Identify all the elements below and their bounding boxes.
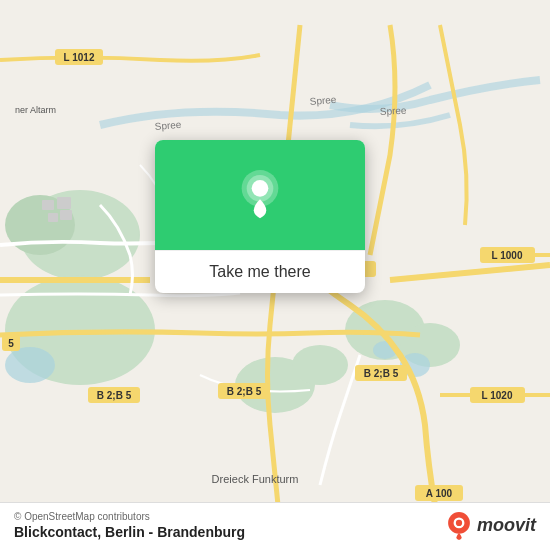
svg-point-7 bbox=[292, 345, 348, 385]
svg-text:Dreieck Funkturm: Dreieck Funkturm bbox=[212, 473, 299, 485]
svg-rect-10 bbox=[42, 200, 54, 210]
location-pin-icon bbox=[235, 170, 285, 220]
location-title: Blickcontact, Berlin - Brandenburg bbox=[14, 524, 245, 540]
svg-text:Spree: Spree bbox=[380, 105, 408, 117]
svg-text:L 1012: L 1012 bbox=[64, 52, 95, 63]
svg-rect-12 bbox=[48, 213, 58, 222]
svg-text:B 2;B 5: B 2;B 5 bbox=[97, 390, 132, 401]
svg-point-43 bbox=[252, 180, 269, 197]
moovit-brand-name: moovit bbox=[477, 515, 536, 536]
svg-text:Spree: Spree bbox=[309, 94, 337, 107]
svg-text:L 1020: L 1020 bbox=[482, 390, 513, 401]
svg-text:Spree: Spree bbox=[154, 119, 182, 132]
bottom-left: © OpenStreetMap contributors Blickcontac… bbox=[14, 511, 245, 540]
svg-point-3 bbox=[5, 347, 55, 383]
svg-line-15 bbox=[390, 265, 550, 280]
svg-text:ner Altarm: ner Altarm bbox=[15, 105, 56, 115]
moovit-pin-icon bbox=[445, 512, 473, 540]
popup-card: Take me there bbox=[155, 140, 365, 293]
svg-text:B 2;B 5: B 2;B 5 bbox=[364, 368, 399, 379]
take-me-there-button[interactable]: Take me there bbox=[155, 250, 365, 293]
svg-text:L 1000: L 1000 bbox=[492, 250, 523, 261]
svg-text:A 100: A 100 bbox=[426, 488, 453, 499]
osm-attribution: © OpenStreetMap contributors bbox=[14, 511, 245, 522]
svg-rect-11 bbox=[57, 197, 71, 209]
svg-point-46 bbox=[456, 519, 462, 525]
svg-rect-13 bbox=[60, 210, 72, 220]
svg-text:5: 5 bbox=[8, 338, 14, 349]
svg-text:B 2;B 5: B 2;B 5 bbox=[227, 386, 262, 397]
bottom-bar: © OpenStreetMap contributors Blickcontac… bbox=[0, 502, 550, 550]
popup-header bbox=[155, 140, 365, 250]
map-container: L 1012 L 1000 B 2;B 5 B 2;B 5 B 2;B 5 A … bbox=[0, 0, 550, 550]
moovit-logo: moovit bbox=[445, 512, 536, 540]
